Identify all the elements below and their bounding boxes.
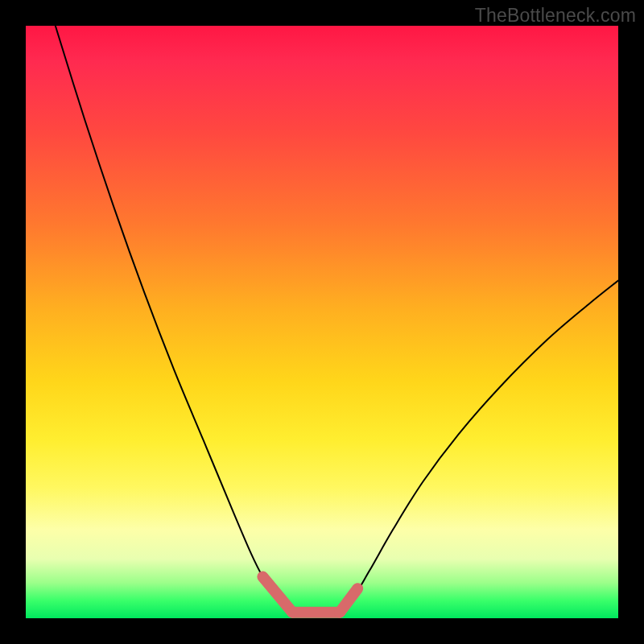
curve-layer (26, 26, 618, 618)
right-curve (340, 280, 618, 612)
plot-area (26, 26, 618, 618)
chart-frame: TheBottleneck.com (0, 0, 644, 644)
watermark-text: TheBottleneck.com (475, 5, 636, 27)
overlay-left-tip (262, 576, 292, 612)
left-curve (56, 26, 292, 613)
overlay-right-tip (340, 588, 357, 612)
